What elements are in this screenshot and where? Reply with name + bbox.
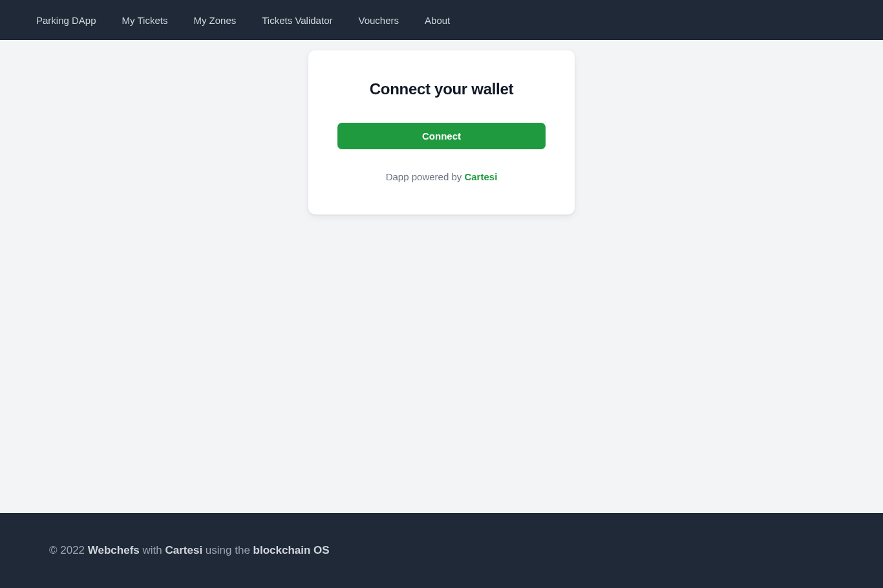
cartesi-link[interactable]: Cartesi (464, 171, 497, 182)
footer-blockchain-os: blockchain OS (253, 544, 330, 556)
footer-text: © 2022 Webchefs with Cartesi using the b… (49, 544, 834, 557)
footer-webchefs: Webchefs (88, 544, 140, 556)
footer-with: with (140, 544, 165, 556)
footer-copyright: © 2022 (49, 544, 88, 556)
nav-item-about[interactable]: About (412, 8, 463, 32)
main-content: Connect your wallet Connect Dapp powered… (0, 40, 883, 513)
navbar: Parking DApp My Tickets My Zones Tickets… (0, 0, 883, 40)
nav-item-my-zones[interactable]: My Zones (180, 8, 249, 32)
nav-item-vouchers[interactable]: Vouchers (345, 8, 412, 32)
nav-item-my-tickets[interactable]: My Tickets (109, 8, 181, 32)
nav-item-parking-dapp[interactable]: Parking DApp (23, 8, 109, 32)
card-title: Connect your wallet (337, 80, 546, 98)
footer-using: using the (202, 544, 253, 556)
connect-button[interactable]: Connect (337, 123, 546, 149)
footer: © 2022 Webchefs with Cartesi using the b… (0, 513, 883, 588)
connect-wallet-card: Connect your wallet Connect Dapp powered… (308, 50, 575, 215)
footer-cartesi: Cartesi (165, 544, 202, 556)
powered-prefix: Dapp powered by (386, 171, 465, 182)
powered-by-text: Dapp powered by Cartesi (337, 171, 546, 182)
nav-item-tickets-validator[interactable]: Tickets Validator (249, 8, 345, 32)
